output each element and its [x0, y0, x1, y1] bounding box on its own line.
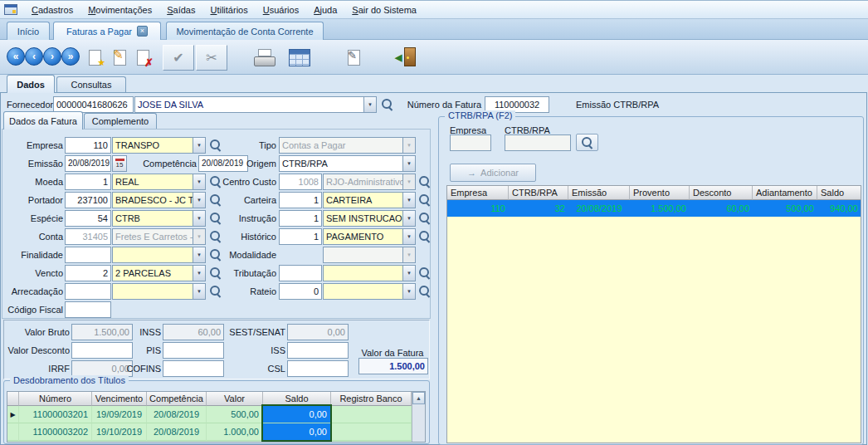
dropdown-arrow-icon[interactable]	[193, 174, 205, 189]
dropdown-arrow-icon[interactable]	[193, 193, 205, 208]
new-record-button[interactable]: ★	[83, 46, 106, 69]
last-record-button[interactable]: »	[61, 47, 80, 66]
centro-custo-search-icon[interactable]	[418, 175, 431, 188]
titulo-valor[interactable]: 1.000,00	[207, 423, 263, 441]
adicionar-button[interactable]: → Adicionar	[450, 164, 536, 182]
conta-select[interactable]: Fretes E Carretos -	[112, 228, 206, 245]
origem-select[interactable]: CTRB/RPA	[279, 155, 416, 172]
col-saldo-header[interactable]: Saldo	[263, 392, 331, 406]
moeda-code-input[interactable]: 1	[65, 174, 111, 190]
scroll-up-button[interactable]: ▲	[412, 392, 425, 404]
menu-movimentacoes[interactable]: Movimentações	[80, 2, 159, 17]
csl-input[interactable]	[287, 360, 349, 377]
empresa-code-input[interactable]: 110	[65, 137, 111, 154]
titulo-vencimento[interactable]: 19/10/2019	[92, 423, 147, 441]
rateio-select[interactable]	[323, 283, 416, 300]
ctrb-row-provento[interactable]: 1.500,00	[630, 200, 690, 217]
ctrb-row-saldo[interactable]: 940,00	[817, 200, 861, 217]
titulo-numero[interactable]: 11000003201	[19, 406, 92, 423]
arrecadacao-code-input[interactable]	[65, 283, 111, 300]
carteira-select[interactable]: CARTEIRA	[323, 192, 416, 208]
titulo-saldo-selected[interactable]: 0,00	[263, 423, 331, 441]
carteira-search-icon[interactable]	[418, 193, 431, 206]
prior-record-button[interactable]: ‹	[25, 47, 43, 66]
titulo-numero[interactable]: 11000003202	[19, 423, 92, 441]
centro-custo-select[interactable]: RJO-Administrativo	[323, 174, 416, 190]
historico-select[interactable]: PAGAMENTO	[323, 228, 416, 245]
col-competencia-header[interactable]: Competência	[147, 392, 207, 406]
tab-complemento[interactable]: Complemento	[84, 113, 157, 129]
col-empresa-header[interactable]: Empresa	[447, 186, 509, 200]
tab-dados-da-fatura[interactable]: Dados da Fatura	[3, 111, 83, 130]
fornecedor-code-input[interactable]: 00000041680626	[53, 96, 134, 113]
ctrb-row-emissao[interactable]: 20/08/2019	[568, 200, 630, 217]
ctrb-search-button[interactable]	[576, 134, 598, 151]
calendar-button[interactable]: 15	[112, 155, 127, 172]
col-adiantamento-header[interactable]: Adiantamento	[753, 186, 817, 200]
dropdown-arrow-icon[interactable]	[402, 156, 415, 171]
instrucao-search-icon[interactable]	[418, 212, 431, 224]
col-emissao-header[interactable]: Emissão	[568, 186, 630, 200]
vencto-code-input[interactable]: 2	[65, 265, 111, 281]
tab-close-icon[interactable]: ×	[137, 26, 148, 37]
titulo-registro-banco[interactable]	[331, 423, 412, 441]
ctrb-row-desconto[interactable]: 60,00	[690, 200, 753, 217]
titulo-valor[interactable]: 500,00	[207, 406, 263, 423]
dropdown-arrow-icon[interactable]	[402, 211, 415, 226]
especie-code-input[interactable]: 54	[65, 210, 111, 227]
titulo-registro-banco[interactable]	[331, 406, 412, 423]
tab-faturas-a-pagar[interactable]: Faturas a Pagar ×	[53, 22, 161, 40]
finalidade-select[interactable]	[112, 247, 206, 263]
tab-consultas[interactable]: Consultas	[56, 76, 126, 92]
exit-button[interactable]: ◀	[395, 46, 420, 68]
dropdown-arrow-icon[interactable]	[402, 229, 415, 244]
portador-select[interactable]: BRADESCO - JC TH	[112, 192, 206, 208]
dropdown-arrow-icon[interactable]	[193, 284, 205, 299]
cancel-button[interactable]: ✂	[196, 45, 227, 71]
confirm-button[interactable]: ✔	[163, 45, 194, 71]
menu-saidas[interactable]: Saídas	[159, 2, 202, 17]
especie-select[interactable]: CTRB	[112, 210, 206, 227]
menu-cadastros[interactable]: Cadastros	[24, 2, 80, 17]
dropdown-arrow-icon[interactable]	[193, 266, 205, 281]
carteira-code-input[interactable]: 1	[279, 192, 322, 208]
ctrb-grid[interactable]: Empresa CTRB/RPA Emissão Provento Descon…	[446, 185, 861, 443]
print-button[interactable]	[254, 49, 276, 66]
centro-custo-code-input[interactable]: 1008	[279, 174, 322, 190]
instrucao-select[interactable]: SEM INSTRUCAO	[323, 210, 416, 227]
ctrb-empresa-input[interactable]	[450, 134, 491, 151]
grid-view-button[interactable]	[289, 49, 310, 66]
titulo-competencia[interactable]: 20/08/2019	[147, 406, 207, 423]
pis-input[interactable]	[163, 342, 224, 359]
tributacao-search-icon[interactable]	[418, 267, 431, 279]
iss-input[interactable]	[287, 342, 349, 359]
vencto-select[interactable]: 2 PARCELAS	[112, 265, 206, 281]
dropdown-arrow-icon[interactable]	[193, 247, 205, 262]
col-desconto-header[interactable]: Desconto	[690, 186, 753, 200]
ctrb-row-adiantamento[interactable]: 500,00	[753, 200, 817, 217]
tab-dados[interactable]: Dados	[7, 75, 55, 93]
cofins-input[interactable]	[163, 360, 224, 377]
ctrb-row-empresa[interactable]: 110	[447, 200, 509, 217]
rateio-code-input[interactable]: 0	[279, 283, 322, 300]
col-ctrb-rpa-header[interactable]: CTRB/RPA	[509, 186, 568, 200]
empresa-select[interactable]: TRANSPO	[112, 137, 206, 154]
col-vencimento-header[interactable]: Vencimento	[92, 392, 147, 406]
vertical-scrollbar[interactable]: ▲	[412, 392, 425, 442]
finalidade-code-input[interactable]	[65, 247, 111, 263]
menu-ajuda[interactable]: Ajuda	[306, 2, 344, 17]
dropdown-arrow-icon[interactable]	[402, 284, 415, 299]
notes-button[interactable]: ✎	[342, 46, 365, 69]
col-valor-header[interactable]: Valor	[207, 392, 263, 406]
fornecedor-combo[interactable]: JOSE DA SILVA	[134, 96, 377, 113]
historico-code-input[interactable]: 1	[279, 228, 322, 245]
instrucao-code-input[interactable]: 1	[279, 210, 322, 227]
menu-utilitarios[interactable]: Utilitários	[202, 2, 255, 17]
modalidade-select[interactable]	[323, 247, 416, 263]
moeda-select[interactable]: REAL	[112, 174, 206, 190]
titulo-saldo-selected[interactable]: 0,00	[263, 406, 331, 423]
titulo-competencia[interactable]: 20/08/2019	[147, 423, 207, 441]
col-saldo-header[interactable]: Saldo	[817, 186, 861, 200]
titulo-vencimento[interactable]: 19/09/2019	[92, 406, 147, 423]
arrecadacao-select[interactable]	[112, 283, 206, 300]
